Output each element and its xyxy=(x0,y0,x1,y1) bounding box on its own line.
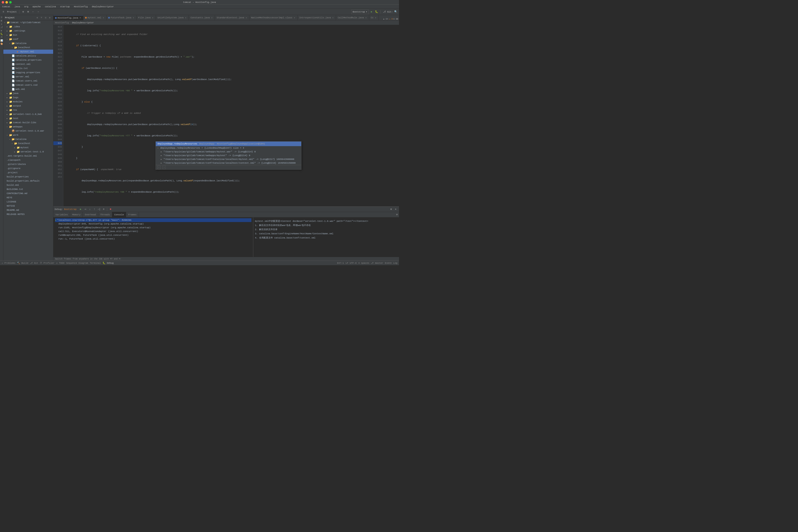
tree-item-catalina-policy[interactable]: 📃 catalina.policy xyxy=(3,54,53,58)
nav-back-icon[interactable]: ← xyxy=(31,10,35,14)
tab-file[interactable]: File.java ✕ xyxy=(136,15,156,20)
tree-item-catalina[interactable]: ▾ 📂 Catalina xyxy=(3,41,53,45)
debug-tab-console[interactable]: Console xyxy=(112,212,126,217)
tree-item-classpath[interactable]: .classpath xyxy=(3,158,53,162)
tree-item-catalina-properties[interactable]: 📃 catalina.properties xyxy=(3,58,53,62)
tab-close-icon[interactable]: ✕ xyxy=(79,17,81,19)
tab-close-icon[interactable]: ✕ xyxy=(293,17,296,19)
tree-item-tomcat-users-xsd[interactable]: 📄 tomcat-users.xsd xyxy=(3,83,53,87)
debug-tab-memory[interactable]: Memory xyxy=(70,212,83,217)
menu-item-hostconfig[interactable]: HostConfig xyxy=(73,5,89,8)
tab-close-icon[interactable]: ✕ xyxy=(332,17,334,19)
tree-item-logs[interactable]: ▶ 📁 logs xyxy=(3,95,53,100)
resume-icon[interactable]: ▶ xyxy=(79,207,83,211)
tree-item-license[interactable]: LICENSE xyxy=(3,200,53,204)
tab-standardcontext[interactable]: StandardContext.java ✕ xyxy=(215,15,249,20)
evaluate-icon[interactable]: ≡ xyxy=(101,207,106,211)
debug-tab-frames[interactable]: Frames xyxy=(126,212,139,217)
tree-item-bin[interactable]: ▶ 📁 bin xyxy=(3,33,53,37)
tree-item-settings[interactable]: ▶ 📁 .settings xyxy=(3,29,53,33)
tree-item-java[interactable]: ▶ 📁 java xyxy=(3,91,53,95)
tree-item-keys[interactable]: KEYS xyxy=(3,195,53,200)
menu-item-apache[interactable]: apache xyxy=(32,5,42,8)
tree-item-readme[interactable]: README.md xyxy=(3,208,53,212)
sidebar-gear-icon[interactable]: ⚙ xyxy=(48,16,52,19)
tree-item-project[interactable]: .project xyxy=(3,171,53,175)
tree-item-tomcat-users-xml[interactable]: 📄 tomcat-users.xml xyxy=(3,79,53,83)
tab-close-icon[interactable]: ✕ xyxy=(152,17,154,19)
git-status-button[interactable]: ⎇ Git xyxy=(30,262,38,264)
step-over-icon[interactable]: ⟶ xyxy=(83,207,87,211)
tree-item-server-xml[interactable]: 📄 server.xml xyxy=(3,75,53,79)
event-log-button[interactable]: Event Log xyxy=(385,262,397,264)
menu-item-startup[interactable]: startup xyxy=(59,5,71,8)
breadcrumb-hostconfig[interactable]: HostConfig xyxy=(55,21,69,24)
tree-item-modules[interactable]: ▶ 📁 modules xyxy=(3,100,53,104)
tree-item-contributing-md[interactable]: CONTRIBUTING.md xyxy=(3,191,53,195)
art-icon[interactable]: 🎨 xyxy=(0,42,3,45)
tab-callmethodrule[interactable]: CallMethodRule.java ✕ xyxy=(336,15,369,20)
debug-entry-5[interactable]: run:-1, FutureTask (java.util.concurrent… xyxy=(55,237,251,241)
git-icon[interactable]: ⎇ xyxy=(382,10,386,14)
tab-close-icon[interactable]: ✕ xyxy=(132,17,135,19)
tree-item-mytest[interactable]: ▶ 📁 mytest xyxy=(3,146,53,150)
autocomplete-item-1[interactable]: ▶ "/Users/quyixiao/gitlab/tomcat/webapps… xyxy=(156,150,301,154)
ac-prev-icon[interactable]: ← xyxy=(157,166,161,169)
nav-forward-icon[interactable]: → xyxy=(36,10,40,14)
profiler-button[interactable]: ⏱ Profiler xyxy=(40,262,54,264)
tree-item-war[interactable]: 📦 servelet-test-1.0.war xyxy=(3,129,53,133)
tree-item-conf[interactable]: ▾ 📂 conf xyxy=(3,37,53,41)
tab-mytest-xml[interactable]: mytest.xml ✕ xyxy=(83,15,107,20)
menu-item-java[interactable]: java xyxy=(14,5,21,8)
settings-icon[interactable]: ⚙ xyxy=(389,207,393,211)
tree-item-release-notes[interactable]: RELEASE-NOTES xyxy=(3,212,53,216)
settings-icon[interactable]: ⚙ xyxy=(21,10,25,14)
sidebar-settings-icon[interactable]: ⚙ xyxy=(36,16,39,19)
tree-item-webapps[interactable]: ▾ 📂 webapps xyxy=(3,125,53,129)
step-out-icon[interactable]: ↑ xyxy=(92,207,96,211)
sidebar-expand-icon[interactable]: ⊡ xyxy=(44,16,47,19)
filter-icon[interactable]: ⊘ xyxy=(395,213,399,217)
tab-close-icon[interactable]: ✕ xyxy=(211,17,213,19)
tab-close-icon[interactable]: ✕ xyxy=(365,17,367,19)
debug-entry-4[interactable]: run$$capture:266, FutureTask (java.util.… xyxy=(55,233,251,237)
tree-item-servelet-bak[interactable]: ▶ 📁 servelet-test-1.0_bak xyxy=(3,112,53,116)
debug-tab-variables[interactable]: Variables xyxy=(53,212,70,217)
tree-item-work[interactable]: ▾ 📂 work xyxy=(3,133,53,137)
breadcrumb-deploydescriptor[interactable]: deployDescriptor xyxy=(72,21,94,24)
bigdata-icon[interactable]: 📊 xyxy=(0,39,3,42)
autocomplete-item-3[interactable]: ▶ "/Users/quyixiao/gitlab/tomcat/conf/Ca… xyxy=(156,157,301,161)
tab-close-icon[interactable]: ✕ xyxy=(245,17,247,19)
autocomplete-item-2[interactable]: ▶ "/Users/quyixiao/gitlab/tomcat/webapps… xyxy=(156,154,301,157)
debug-entry-1[interactable]: deployDescriptor:845, HostConfig (org.ap… xyxy=(55,222,251,226)
build-button[interactable]: 🔨 Build xyxy=(17,262,28,264)
maximize-button[interactable] xyxy=(9,1,12,3)
project-icon[interactable]: ≡ xyxy=(1,10,5,14)
run-config-dropdown[interactable]: Bootstrap ▾ xyxy=(351,10,369,14)
sequence-button[interactable]: Sequence Diagram xyxy=(66,262,88,264)
tree-item-idea[interactable]: ▶ 📁 .idea xyxy=(3,25,53,29)
run-icon[interactable]: ▶ xyxy=(369,10,374,14)
close-button[interactable] xyxy=(2,1,4,3)
tree-item-servelet-test[interactable]: ▶ 📁 servelet-test-1.0 xyxy=(3,150,53,154)
todo-button[interactable]: ☑ TODO xyxy=(56,262,64,264)
code-editor[interactable]: 814 815 816 817 818 819 820 821 822 823 … xyxy=(53,25,399,206)
tree-item-localhost[interactable]: ▾ 📂 localhost xyxy=(3,45,53,50)
tree-item-build-properties-default[interactable]: build.properties.default xyxy=(3,179,53,183)
tab-close-icon[interactable]: ✕ xyxy=(102,17,104,19)
tab-hostconfig[interactable]: HostConfig.java ✕ xyxy=(53,15,83,20)
tree-item-test[interactable]: ▶ 📁 test xyxy=(3,116,53,120)
autocomplete-item-0[interactable]: ▾ deployedApp.redeployResources = {Linke… xyxy=(156,146,301,150)
close-panel-icon[interactable]: ✕ xyxy=(394,207,398,211)
autocomplete-item-4[interactable]: ▶ "/Users/quyixiao/gitlab/tomcat/conf/Ca… xyxy=(156,161,301,165)
minimize-button[interactable] xyxy=(5,1,8,3)
tree-item-tomcat-build-libs[interactable]: ▶ 📁 tomcat-build-libs xyxy=(3,120,53,125)
tab-introspection[interactable]: IntrospectionUtils.java ✕ xyxy=(298,15,336,20)
tree-item-build-xml[interactable]: build.xml xyxy=(3,183,53,187)
menu-item-tomcat[interactable]: tomcat xyxy=(1,5,11,8)
project-panel-icon[interactable]: ◧ xyxy=(0,19,3,22)
step-into-icon[interactable]: ↓ xyxy=(88,207,92,211)
debug-panel-icon[interactable]: 🐛 xyxy=(0,33,3,35)
menu-item-deploydescriptor[interactable]: deployDescriptor xyxy=(91,5,115,8)
run-to-cursor-icon[interactable]: →| xyxy=(97,207,101,211)
